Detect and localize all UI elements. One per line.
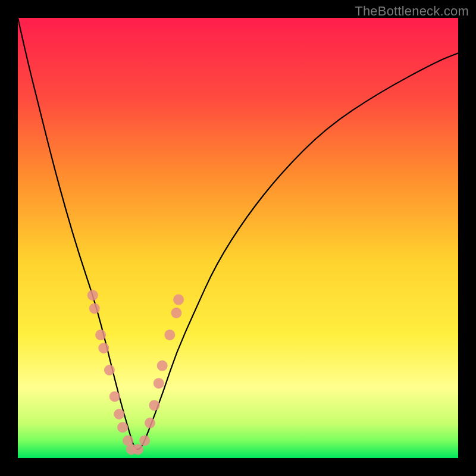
data-point	[95, 330, 106, 340]
data-point	[133, 444, 143, 455]
chart-frame: TheBottleneck.com	[0, 0, 476, 476]
data-point	[164, 330, 175, 340]
data-point	[89, 303, 100, 314]
data-point	[157, 361, 168, 371]
data-point	[98, 343, 109, 353]
data-point	[114, 409, 124, 419]
data-point	[87, 290, 98, 300]
watermark-text: TheBottleneck.com	[355, 4, 469, 19]
data-point	[145, 418, 155, 428]
data-point	[149, 400, 159, 411]
curve-layer	[18, 18, 458, 458]
plot-area	[18, 18, 458, 458]
bottleneck-curve	[18, 18, 458, 449]
data-point	[104, 365, 115, 375]
data-point	[154, 378, 164, 389]
data-point	[173, 295, 184, 305]
data-point	[117, 422, 128, 433]
data-point	[109, 391, 120, 402]
data-point	[171, 308, 181, 318]
data-point	[139, 435, 150, 446]
